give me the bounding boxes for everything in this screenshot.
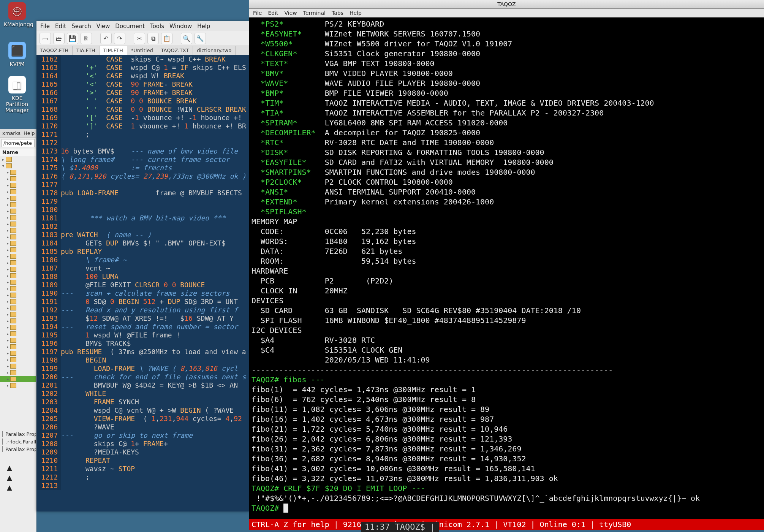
editor-tab[interactable]: dictionary.two (193, 46, 236, 55)
terminal-window: TAQOZ File Edit View Terminal Tabs Help … (249, 0, 764, 530)
editor-menubar: File Edit Search View Document Tools Win… (36, 21, 249, 31)
terminal-body[interactable]: *PS2* PS/2 KEYBOARD *EASYNET* WIZnet NET… (249, 17, 764, 519)
terminal-title: TAQOZ (249, 0, 764, 9)
new-doc-button[interactable]: ▭ (40, 33, 51, 44)
icon-label: KDE Partition Manager (4, 95, 30, 113)
editor-code-area[interactable]: 1162 CASE skips C~ wspd C++ BREAK1163 '+… (36, 55, 249, 511)
save-button[interactable]: 💾 (67, 33, 78, 44)
app-icon: ⬛ (8, 42, 26, 59)
editor-tabs: TAQOZ.FTHTIA.FTHTIM.FTH*UntitledTAQOZ.TX… (36, 46, 249, 55)
term-menu-help[interactable]: Help (350, 10, 362, 16)
desktop-icon-kvpm[interactable]: ⬛ KVPM (4, 42, 30, 67)
menu-search[interactable]: Search (71, 23, 91, 30)
panel-arrow-icon[interactable]: ▲ (7, 473, 14, 479)
fm-menu-help[interactable]: Help (24, 130, 35, 136)
terminal-statusbar: CTRL-A Z for help | 921600 8N1 | NOR | M… (249, 519, 764, 530)
save-as-button[interactable]: ⎘ (81, 33, 92, 44)
fm-menu-bookmarks[interactable]: xmarks (2, 130, 21, 136)
panel-arrow-icon[interactable]: ▲ (7, 483, 14, 489)
terminal-menubar: File Edit View Terminal Tabs Help (249, 9, 764, 17)
editor-toolbar: ▭🗁💾⎘↶↷✂⧉📋🔍🔧 (36, 31, 249, 46)
menu-file[interactable]: File (40, 23, 50, 30)
paste-button[interactable]: 📋 (161, 33, 172, 44)
editor-window: File Edit Search View Document Tools Win… (36, 21, 249, 511)
menu-view[interactable]: View (96, 23, 110, 30)
fm-file[interactable]: Parallax Propeller 2 Documentation v32.p… (0, 430, 36, 438)
copy-button[interactable]: ⧉ (147, 33, 159, 44)
panel-arrow-icon[interactable]: ▲ (7, 464, 14, 469)
file-manager-panel: xmarks Help /home/pete Name ▸ ▾ ▸ ▸ ▸ ▸ … (0, 129, 36, 532)
panel-clock: 11:37 TAQOZ$ | (361, 522, 439, 532)
editor-tab[interactable]: TIA.FTH (73, 46, 100, 55)
fm-column-header[interactable]: Name (0, 149, 36, 156)
editor-tab[interactable]: TAQOZ.FTH (36, 46, 73, 55)
icon-label: KVPM (4, 61, 30, 67)
fm-tree-selected[interactable]: ▸ (0, 376, 36, 382)
find-replace-button[interactable]: 🔧 (195, 33, 206, 44)
menu-tools[interactable]: Tools (150, 23, 164, 30)
term-menu-file[interactable]: File (253, 10, 262, 16)
editor-tab[interactable]: *Untitled (127, 46, 157, 55)
term-menu-tabs[interactable]: Tabs (332, 10, 343, 16)
open-button[interactable]: 🗁 (53, 33, 65, 44)
term-menu-edit[interactable]: Edit (268, 10, 278, 16)
fm-path-input[interactable]: /home/pete (2, 139, 35, 147)
cut-button[interactable]: ✂ (134, 33, 145, 44)
menu-document[interactable]: Document (115, 23, 145, 30)
desktop-icon-kmahjongg[interactable]: ㊥ KMahjongg (4, 2, 30, 27)
redo-button[interactable]: ↷ (114, 33, 125, 44)
undo-button[interactable]: ↶ (100, 33, 112, 44)
icon-label: KMahjongg (4, 21, 30, 27)
fm-tree[interactable]: ▸ ▾ ▸ ▸ ▸ ▸ ▸ ▸ ▸ ▸ ▸ ▸ ▸ ▸ ▸ ▸ ▸ ▸ ▸ ▸ … (0, 156, 36, 430)
menu-edit[interactable]: Edit (55, 23, 66, 30)
menu-help[interactable]: Help (197, 23, 210, 30)
app-icon: ◧ (8, 76, 26, 93)
fm-file-list[interactable]: Parallax Propeller 2 Documentation v32.p… (0, 430, 36, 453)
find-button[interactable]: 🔍 (181, 33, 192, 44)
app-icon: ㊥ (8, 2, 26, 20)
term-menu-view[interactable]: View (285, 10, 297, 16)
desktop-icon-partitionmanager[interactable]: ◧ KDE Partition Manager (4, 76, 30, 113)
editor-tab[interactable]: TAQOZ.TXT (157, 46, 193, 55)
editor-tab[interactable]: TIM.FTH (100, 46, 127, 55)
menu-window[interactable]: Window (169, 23, 192, 30)
fm-file[interactable]: .~lock.Parallax Propeller 2 Documentatio… (0, 438, 36, 445)
fm-file[interactable]: Parallax Propeller 2 Instructions v32.od… (0, 445, 36, 453)
term-menu-terminal[interactable]: Terminal (303, 10, 326, 16)
